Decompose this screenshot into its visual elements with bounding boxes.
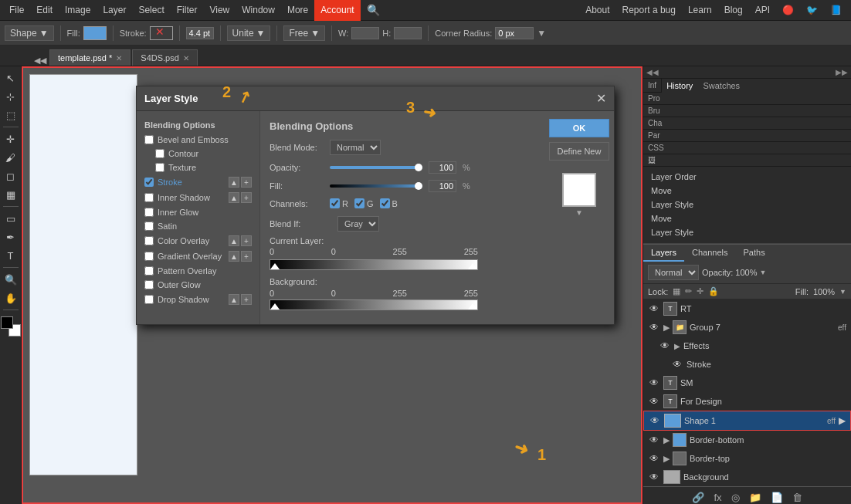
- free-dropdown[interactable]: Free ▼: [283, 25, 325, 41]
- history-item-move-2[interactable]: Move: [646, 211, 848, 225]
- swatches-tab[interactable]: Swatches: [703, 81, 740, 90]
- info-tab[interactable]: Inf: [643, 79, 662, 93]
- menu-blog[interactable]: Blog: [718, 0, 749, 21]
- eye-border-top[interactable]: 👁: [648, 453, 660, 464]
- layers-tab[interactable]: Layers: [643, 245, 684, 262]
- css-tab[interactable]: CSS: [643, 142, 851, 154]
- checkbox-color-overlay[interactable]: [144, 236, 154, 245]
- checkbox-gradient-overlay[interactable]: [144, 252, 154, 261]
- corner-radius-input[interactable]: [495, 27, 534, 39]
- image-tab-icon[interactable]: 🖼: [643, 154, 851, 167]
- color-preview-box[interactable]: [562, 173, 596, 207]
- eye-sm[interactable]: 👁: [648, 377, 660, 388]
- panel-collapse-left-icon[interactable]: ◀◀: [646, 68, 659, 76]
- option-outer-glow[interactable]: Outer Glow: [137, 278, 259, 292]
- channels-tab[interactable]: Channels: [684, 245, 735, 262]
- stroke-size-input[interactable]: [186, 27, 214, 39]
- layer-item-border-bottom[interactable]: 👁 ▶ Border-bottom: [643, 431, 851, 449]
- checkbox-stroke[interactable]: [144, 178, 154, 187]
- menu-about[interactable]: About: [579, 0, 615, 21]
- bru-tab[interactable]: Bru: [643, 105, 851, 117]
- option-color-overlay[interactable]: Color Overlay ▲ +: [137, 233, 259, 249]
- eye-effects[interactable]: 👁: [659, 340, 671, 351]
- eye-for-design[interactable]: 👁: [648, 396, 660, 407]
- tool-lasso[interactable]: ⬚: [2, 107, 19, 123]
- layers-mode-select[interactable]: Normal: [648, 265, 699, 280]
- lock-checkerboard-icon[interactable]: ▦: [673, 286, 680, 296]
- inner-shadow-down-btn[interactable]: +: [241, 192, 252, 203]
- history-item-layer-style-1[interactable]: Layer Style: [646, 198, 848, 211]
- tool-eraser[interactable]: ◻: [2, 167, 19, 184]
- lock-pen-icon[interactable]: ✏: [685, 286, 692, 296]
- channel-b[interactable]: B: [380, 198, 398, 208]
- tool-move[interactable]: ✛: [2, 130, 19, 147]
- ok-button[interactable]: OK: [549, 119, 609, 137]
- eye-group7[interactable]: 👁: [648, 322, 660, 333]
- eye-shape1[interactable]: 👁: [649, 415, 661, 426]
- w-input[interactable]: [351, 27, 379, 39]
- drop-shadow-up-btn[interactable]: ▲: [229, 294, 239, 305]
- tool-selection[interactable]: ↖: [2, 69, 19, 86]
- option-drop-shadow[interactable]: Drop Shadow ▲ +: [137, 292, 259, 307]
- menu-file[interactable]: File: [3, 0, 30, 21]
- tab-close-s4ds[interactable]: ✕: [183, 54, 189, 63]
- group7-expand-icon[interactable]: ▶: [663, 323, 670, 333]
- color-overlay-down-btn[interactable]: +: [241, 235, 252, 246]
- lock-padlock-icon[interactable]: 🔒: [708, 286, 719, 296]
- link-layers-btn[interactable]: 🔗: [689, 490, 707, 504]
- menu-account[interactable]: Account: [314, 0, 360, 21]
- option-contour[interactable]: Contour: [137, 147, 259, 161]
- layer-item-stroke-effect[interactable]: 👁 Stroke: [643, 355, 851, 374]
- tool-hand[interactable]: ✋: [2, 289, 19, 306]
- effects-expand-icon[interactable]: ▶: [674, 342, 680, 350]
- tool-pen[interactable]: ✒: [2, 228, 19, 245]
- channel-r-checkbox[interactable]: [330, 198, 340, 208]
- layer-item-for-design[interactable]: 👁 T For Design: [643, 392, 851, 411]
- menu-view[interactable]: View: [203, 0, 236, 21]
- layer-item-border-top[interactable]: 👁 ▶ Border-top: [643, 449, 851, 468]
- checkbox-inner-glow[interactable]: [144, 208, 154, 217]
- fg-color-box[interactable]: [1, 316, 13, 329]
- option-pattern-overlay[interactable]: Pattern Overlay: [137, 264, 259, 278]
- color-overlay-up-btn[interactable]: ▲: [229, 235, 239, 246]
- h-input[interactable]: [394, 27, 422, 39]
- blend-mode-select[interactable]: Normal: [330, 140, 381, 155]
- menu-image[interactable]: Image: [59, 0, 97, 21]
- stroke-up-btn[interactable]: ▲: [229, 177, 239, 188]
- menu-edit[interactable]: Edit: [30, 0, 59, 21]
- checkbox-satin[interactable]: [144, 222, 154, 231]
- dialog-close-button[interactable]: ✕: [596, 91, 606, 106]
- checkbox-drop-shadow[interactable]: [144, 295, 154, 304]
- drop-shadow-down-btn[interactable]: +: [241, 294, 252, 305]
- layer-item-shape1[interactable]: 👁 Shape 1 eff ▶: [643, 411, 851, 431]
- option-inner-shadow[interactable]: Inner Shadow ▲ +: [137, 190, 259, 205]
- layer-item-background[interactable]: 👁 Background: [643, 468, 851, 486]
- fill-value-layers[interactable]: 100%: [813, 287, 835, 296]
- option-texture[interactable]: Texture: [137, 161, 259, 174]
- new-layer-btn[interactable]: 📄: [768, 490, 786, 504]
- channel-g[interactable]: G: [354, 198, 374, 208]
- eye-border-bottom[interactable]: 👁: [648, 435, 660, 445]
- border-bottom-expand-icon[interactable]: ▶: [663, 435, 670, 445]
- option-inner-glow[interactable]: Inner Glow: [137, 205, 259, 219]
- layer-item-sm[interactable]: 👁 T SM: [643, 374, 851, 392]
- layer-item-group7[interactable]: 👁 ▶ 📁 Group 7 eff: [643, 318, 851, 337]
- eye-background[interactable]: 👁: [648, 472, 660, 482]
- history-tab[interactable]: History: [666, 81, 693, 90]
- tool-shape[interactable]: ▭: [2, 210, 19, 227]
- menu-window[interactable]: Window: [236, 0, 281, 21]
- menu-select[interactable]: Select: [132, 0, 170, 21]
- tool-type[interactable]: T: [2, 247, 19, 264]
- add-mask-btn[interactable]: ◎: [728, 490, 743, 504]
- option-satin[interactable]: Satin: [137, 219, 259, 233]
- checkbox-inner-shadow[interactable]: [144, 193, 154, 202]
- par-tab[interactable]: Par: [643, 130, 851, 142]
- eye-rt[interactable]: 👁: [648, 303, 660, 314]
- pro-tab[interactable]: Pro: [643, 93, 851, 105]
- menu-more[interactable]: More: [281, 0, 314, 21]
- menu-layer[interactable]: Layer: [97, 0, 132, 21]
- option-bevel-emboss[interactable]: Bevel and Emboss: [137, 133, 259, 147]
- paths-tab[interactable]: Paths: [736, 245, 773, 262]
- fill-slider[interactable]: [330, 184, 422, 188]
- history-item-move-1[interactable]: Move: [646, 184, 848, 198]
